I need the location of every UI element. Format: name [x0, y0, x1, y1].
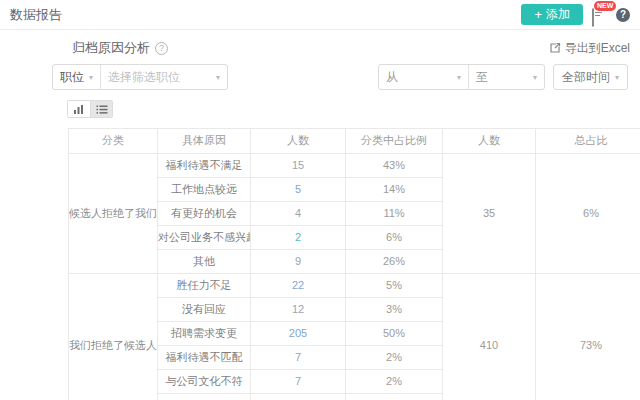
topbar: 数据报告 + 添加 NEW ?	[0, 0, 640, 30]
table-body: 候选人拒绝了我们福利待遇不满足1543%356%工作地点较远514%有更好的机会…	[69, 153, 640, 400]
reason-cell: 福利待遇不满足	[158, 153, 251, 177]
position-filter[interactable]: 职位 ▾ 选择筛选职位 ▾	[52, 64, 228, 90]
column-header: 分类	[69, 128, 158, 153]
table-row: 我们拒绝了候选人胜任力不足225%41073%	[69, 273, 640, 297]
chevron-down-icon: ▾	[615, 73, 619, 82]
category-cell: 我们拒绝了候选人	[69, 273, 158, 400]
add-button[interactable]: + 添加	[521, 4, 583, 25]
new-badge: NEW	[594, 1, 616, 11]
group-total-percent-cell: 6%	[536, 153, 640, 273]
date-to-select[interactable]: 至 ▾	[469, 65, 544, 89]
percent-cell: 5%	[346, 273, 443, 297]
chart-view-button[interactable]	[68, 101, 90, 117]
position-type-select[interactable]: 职位 ▾	[53, 65, 101, 89]
section-title: 归档原因分析	[72, 39, 150, 57]
count-cell: 7	[251, 369, 346, 393]
list-view-button[interactable]	[90, 101, 112, 117]
percent-cell: 50%	[346, 321, 443, 345]
reason-cell: 与公司文化不符	[158, 369, 251, 393]
date-range-picker: 从 ▾ 至 ▾	[378, 64, 545, 90]
count-cell	[251, 393, 346, 400]
topbar-actions: + 添加 NEW ?	[521, 4, 632, 25]
position-placeholder: 选择筛选职位	[108, 69, 180, 86]
question-circle-icon[interactable]: ?	[155, 42, 168, 55]
table-head: 分类具体原因人数分类中占比例人数总占比	[69, 128, 640, 153]
column-header: 人数	[443, 128, 536, 153]
export-excel-label: 导出到Excel	[565, 40, 630, 57]
reason-cell: 福利待遇不匹配	[158, 345, 251, 369]
count-cell: 15	[251, 153, 346, 177]
position-select-input[interactable]: 选择筛选职位 ▾	[101, 69, 227, 86]
report-table: 分类具体原因人数分类中占比例人数总占比 候选人拒绝了我们福利待遇不满足1543%…	[68, 128, 640, 400]
page-title: 数据报告	[10, 6, 62, 24]
bar-chart-icon	[73, 104, 85, 115]
reason-cell: 工作地点较远	[158, 177, 251, 201]
column-header: 总占比	[536, 128, 640, 153]
percent-cell	[346, 393, 443, 400]
percent-cell: 14%	[346, 177, 443, 201]
list-icon	[96, 104, 108, 115]
report-content: 归档原因分析 ? 导出到Excel 职位 ▾ 选择筛选职位 ▾ 从	[40, 38, 640, 400]
time-range-select[interactable]: 全部时间 ▾	[553, 64, 628, 90]
count-cell: 7	[251, 345, 346, 369]
calendar-icon	[592, 8, 594, 27]
group-total-percent-cell: 73%	[536, 273, 640, 400]
time-range-value: 全部时间	[562, 69, 610, 86]
report-subscribe-icon[interactable]: NEW	[592, 9, 607, 24]
column-header: 分类中占比例	[346, 128, 443, 153]
reason-cell: 有更好的机会	[158, 201, 251, 225]
count-cell: 12	[251, 297, 346, 321]
percent-cell: 3%	[346, 297, 443, 321]
percent-cell: 2%	[346, 345, 443, 369]
column-header: 人数	[251, 128, 346, 153]
reason-cell: 对公司业务不感兴趣	[158, 225, 251, 249]
date-from-label: 从	[386, 69, 398, 86]
category-cell: 候选人拒绝了我们	[69, 153, 158, 273]
count-cell[interactable]: 22	[251, 273, 346, 297]
percent-cell: 43%	[346, 153, 443, 177]
table-row: 候选人拒绝了我们福利待遇不满足1543%356%	[69, 153, 640, 177]
chevron-down-icon: ▾	[89, 73, 93, 82]
date-to-label: 至	[476, 69, 488, 86]
column-header: 具体原因	[158, 128, 251, 153]
date-filters: 从 ▾ 至 ▾ 全部时间 ▾	[378, 64, 628, 90]
group-total-count-cell: 410	[443, 273, 536, 400]
chevron-down-icon: ▾	[457, 73, 461, 82]
filter-row: 职位 ▾ 选择筛选职位 ▾ 从 ▾ 至 ▾ 全部时间 ▾	[40, 64, 640, 90]
count-cell: 9	[251, 249, 346, 273]
reason-cell: 其他	[158, 249, 251, 273]
reason-cell: 没有回应	[158, 297, 251, 321]
percent-cell: 11%	[346, 201, 443, 225]
section-title-wrap: 归档原因分析 ?	[72, 39, 168, 57]
export-excel-link[interactable]: 导出到Excel	[549, 40, 630, 57]
count-cell[interactable]: 2	[251, 225, 346, 249]
view-toggle	[67, 100, 113, 118]
reason-cell	[158, 393, 251, 400]
add-button-label: 添加	[546, 6, 570, 23]
reason-cell: 胜任力不足	[158, 273, 251, 297]
plus-icon: +	[534, 8, 542, 21]
chevron-down-icon: ▾	[216, 73, 220, 82]
group-total-count-cell: 35	[443, 153, 536, 273]
date-from-select[interactable]: 从 ▾	[379, 65, 469, 89]
help-icon[interactable]: ?	[616, 8, 630, 22]
count-cell[interactable]: 205	[251, 321, 346, 345]
export-icon	[549, 42, 561, 54]
count-cell: 4	[251, 201, 346, 225]
percent-cell: 6%	[346, 225, 443, 249]
percent-cell: 2%	[346, 369, 443, 393]
chevron-down-icon: ▾	[533, 73, 537, 82]
percent-cell: 26%	[346, 249, 443, 273]
position-label: 职位	[60, 69, 84, 86]
section-header: 归档原因分析 ? 导出到Excel	[40, 38, 640, 58]
reason-cell: 招聘需求变更	[158, 321, 251, 345]
count-cell[interactable]: 5	[251, 177, 346, 201]
